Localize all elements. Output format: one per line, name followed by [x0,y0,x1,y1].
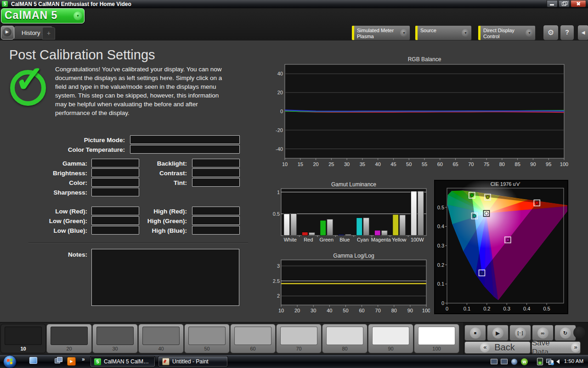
svg-text:0.5: 0.5 [273,211,280,217]
svg-text:40: 40 [277,71,283,76]
sharpness-field[interactable] [91,188,139,196]
restore-button[interactable] [559,0,570,7]
close-button[interactable] [571,0,586,7]
high-green-field[interactable] [192,216,240,225]
svg-text:25: 25 [328,161,334,167]
play-button[interactable]: ▶ [487,325,509,341]
picture-mode-field[interactable] [130,135,240,144]
low-red-field[interactable] [91,207,139,215]
quicklaunch-more-icon[interactable]: » [82,356,85,362]
svg-text:80: 80 [499,161,505,167]
gray-step-label: 90 [368,346,413,351]
save-data-button[interactable]: Save Data » [531,341,581,354]
svg-text:0: 0 [446,306,448,311]
display2-tray-icon[interactable] [501,359,508,364]
gray-step-30[interactable]: 30 [92,324,138,353]
show-desktop-icon[interactable] [29,357,37,364]
gray-step-90[interactable]: 90 [368,324,413,353]
gray-step-80[interactable]: 80 [322,324,368,353]
taskbar-clock[interactable]: 1:50 AM [564,358,583,364]
stop-button[interactable]: ■ [464,325,486,341]
svg-text:60: 60 [437,161,443,167]
svg-text:0: 0 [280,109,283,114]
svg-text:15: 15 [298,161,303,167]
svg-text:45: 45 [390,161,396,167]
contrast-field[interactable] [192,168,240,177]
gray-step-50[interactable]: 50 [184,324,230,353]
low-blue-field[interactable] [91,226,139,235]
source-dropdown[interactable]: Source ▼ [415,25,472,40]
windows-flag-icon [7,358,12,364]
gray-step-60[interactable]: 60 [230,324,276,353]
gray-swatch [280,327,317,345]
collapse-panel-button[interactable]: ◀ [577,25,588,40]
gray-step-100[interactable]: 100 [414,324,459,353]
media-player-icon[interactable]: ▶ [67,357,76,366]
paint-icon [162,358,170,365]
taskbar-task-paint[interactable]: Untitled - Paint [158,356,228,367]
disc-tray-icon[interactable] [511,358,518,365]
power-tray-icon[interactable] [537,358,543,365]
workflow-nav-button[interactable]: ▶ [1,26,14,40]
calman-task-icon: 5 [94,358,101,365]
back-button[interactable]: « Back [464,341,531,354]
color-temperature-label: Color Temperature: [46,145,125,155]
gray-swatch [142,327,180,345]
high-blue-label: High (Blue): [133,226,187,236]
svg-text:10: 10 [282,161,288,167]
chevron-down-icon: ▼ [462,29,469,37]
svg-text:20: 20 [277,90,283,95]
gray-step-10[interactable]: 10 [0,324,46,353]
gray-swatch [372,327,409,345]
backlight-field[interactable] [192,159,240,167]
gray-step-40[interactable]: 40 [138,324,184,353]
chevron-left-icon: ◀ [582,30,585,35]
calman-logo[interactable]: CalMAN 5 ▼ [1,8,85,23]
start-button[interactable] [3,355,17,368]
gray-step-label: 40 [139,346,183,351]
taskbar-task-calman[interactable]: 5 CalMAN 5 CalMAN ... [90,356,155,367]
antivirus-tray-icon[interactable]: w [521,358,528,365]
switch-windows-icon[interactable] [55,357,62,363]
low-green-label: Low (Green): [37,216,87,226]
notes-field[interactable] [91,249,239,306]
logo-menu-button[interactable]: ▼ [74,12,82,20]
gamma-field[interactable] [91,159,139,167]
meter-dropdown[interactable]: Simulated Meter Plasma ▼ [351,25,410,40]
pattern-button[interactable]: [··] [509,325,531,341]
svg-text:2.5: 2.5 [273,278,280,284]
svg-text:60: 60 [359,308,364,313]
svg-text:0.1: 0.1 [437,281,444,287]
settings-button[interactable]: ⚙ [543,25,559,40]
svg-text:75: 75 [484,161,489,167]
gear-icon: ⚙ [548,29,554,36]
svg-text:1: 1 [277,190,280,195]
high-blue-field[interactable] [192,226,240,235]
svg-text:20: 20 [313,161,318,167]
help-button[interactable]: ? [560,25,574,40]
disabled-control [573,327,585,339]
display-control-dropdown[interactable]: Direct Display Control ▼ [478,25,536,40]
minimize-button[interactable] [547,0,558,7]
color-field[interactable] [91,178,139,187]
minimize-icon [550,4,554,6]
cie-diagram-panel: CIE 1976 u'v'00.10.20.30.40.500.10.20.30… [434,180,568,314]
svg-text:Cyan: Cyan [357,237,369,242]
brightness-field[interactable] [91,168,139,177]
svg-text:20: 20 [294,308,300,313]
high-red-field[interactable] [192,207,240,215]
color-temperature-field[interactable] [130,145,240,154]
pattern-icon: [··] [515,328,526,339]
svg-text:Gamma Log/Log: Gamma Log/Log [333,253,374,259]
gray-step-label: 80 [322,346,367,351]
display-tray-icon[interactable] [491,359,498,364]
gray-step-20[interactable]: 20 [46,324,92,353]
volume-tray-icon[interactable] [556,359,560,364]
svg-text:100W: 100W [411,237,424,242]
calman-logo-text: CalMAN 5 [5,9,57,22]
gray-step-70[interactable]: 70 [276,324,322,353]
add-tab-button[interactable]: + [42,27,55,40]
low-green-field[interactable] [91,216,139,225]
tint-field[interactable] [192,178,240,187]
gray-step-label: 70 [277,346,321,351]
